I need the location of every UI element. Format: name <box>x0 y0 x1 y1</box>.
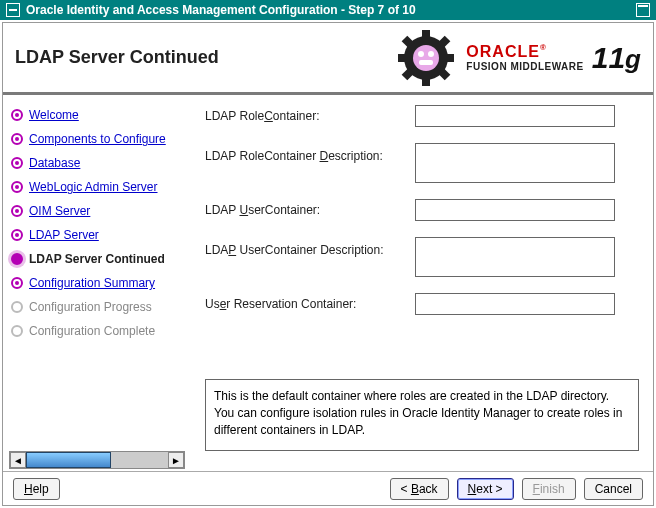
svg-rect-2 <box>422 76 430 86</box>
maximize-icon[interactable] <box>636 3 650 17</box>
label-user-desc: LDAP UserContainer Description: <box>205 237 415 257</box>
input-user-desc[interactable] <box>415 237 615 277</box>
scroll-thumb[interactable] <box>26 452 111 468</box>
version-11g: 11g <box>592 41 641 75</box>
brand-area: ORACLE FUSION MIDDLEWARE 11g <box>394 29 641 87</box>
label-role-desc: LDAP RoleContainer Description: <box>205 143 415 163</box>
window-title: Oracle Identity and Access Management Co… <box>26 0 416 20</box>
main-area: Welcome Components to Configure Database… <box>3 95 653 457</box>
oracle-logo-text: ORACLE FUSION MIDDLEWARE <box>466 44 583 72</box>
input-role-container[interactable] <box>415 105 615 127</box>
svg-rect-4 <box>444 54 454 62</box>
finish-button: Finish <box>522 478 576 500</box>
field-role-container: LDAP RoleContainer: <box>205 105 639 127</box>
step-oim[interactable]: OIM Server <box>11 199 187 223</box>
step-welcome[interactable]: Welcome <box>11 103 187 127</box>
scroll-track[interactable] <box>26 452 168 468</box>
scroll-right-arrow-icon[interactable]: ► <box>168 452 184 468</box>
next-button[interactable]: Next > <box>457 478 514 500</box>
gear-logo-icon <box>394 29 458 87</box>
label-role-container: LDAP RoleContainer: <box>205 109 415 123</box>
step-ldap-continued: LDAP Server Continued <box>11 247 187 271</box>
step-complete: Configuration Complete <box>11 319 187 343</box>
input-user-container[interactable] <box>415 199 615 221</box>
svg-rect-3 <box>398 54 408 62</box>
system-menu-icon[interactable] <box>6 3 20 17</box>
label-reservation: User Reservation Container: <box>205 297 415 311</box>
title-bar: Oracle Identity and Access Management Co… <box>0 0 656 20</box>
back-button[interactable]: < Back <box>390 478 449 500</box>
step-weblogic[interactable]: WebLogic Admin Server <box>11 175 187 199</box>
input-reservation[interactable] <box>415 293 615 315</box>
svg-rect-12 <box>419 60 433 65</box>
page-title: LDAP Server Continued <box>15 47 219 68</box>
footer: Help < Back Next > Finish Cancel <box>3 471 653 505</box>
input-role-desc[interactable] <box>415 143 615 183</box>
wizard-steps-sidebar: Welcome Components to Configure Database… <box>3 95 191 457</box>
field-user-container: LDAP UserContainer: <box>205 199 639 221</box>
step-progress: Configuration Progress <box>11 295 187 319</box>
field-help-text: This is the default container where role… <box>205 379 639 451</box>
oracle-word: ORACLE <box>466 44 546 60</box>
field-role-desc: LDAP RoleContainer Description: <box>205 143 639 183</box>
help-button[interactable]: Help <box>13 478 60 500</box>
form-area: LDAP RoleContainer: LDAP RoleContainer D… <box>191 95 653 457</box>
field-reservation: User Reservation Container: <box>205 293 639 315</box>
field-user-desc: LDAP UserContainer Description: <box>205 237 639 277</box>
svg-point-10 <box>418 51 424 57</box>
fusion-middleware-text: FUSION MIDDLEWARE <box>466 61 583 72</box>
step-database[interactable]: Database <box>11 151 187 175</box>
sidebar-horizontal-scrollbar[interactable]: ◄ ► <box>9 451 185 469</box>
cancel-button[interactable]: Cancel <box>584 478 643 500</box>
step-ldap[interactable]: LDAP Server <box>11 223 187 247</box>
scroll-left-arrow-icon[interactable]: ◄ <box>10 452 26 468</box>
svg-rect-1 <box>422 30 430 40</box>
header: LDAP Server Continued <box>3 23 653 95</box>
svg-point-11 <box>428 51 434 57</box>
svg-point-9 <box>413 45 439 71</box>
label-user-container: LDAP UserContainer: <box>205 203 415 217</box>
step-components[interactable]: Components to Configure <box>11 127 187 151</box>
content-pane: LDAP Server Continued <box>2 22 654 506</box>
step-summary[interactable]: Configuration Summary <box>11 271 187 295</box>
